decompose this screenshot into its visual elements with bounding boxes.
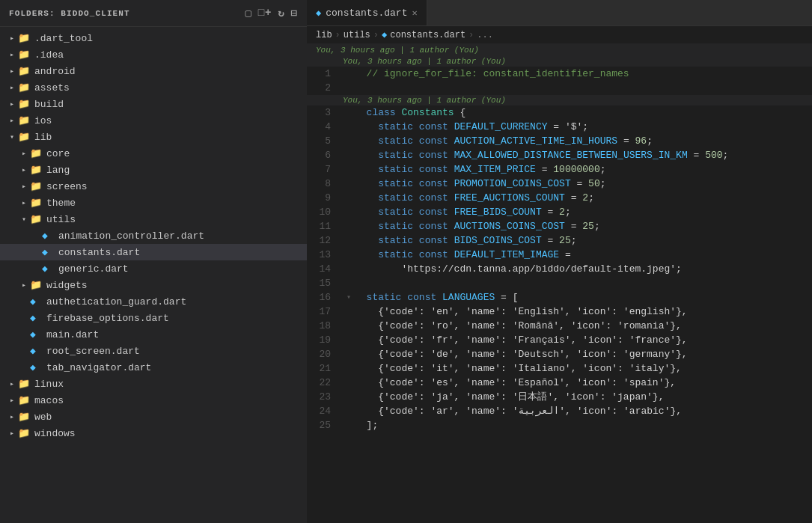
fold-indicator-16[interactable]: ▾ [343, 290, 355, 305]
line-content-20: {'code': 'de', 'name': 'Deutsch', 'icon'… [355, 347, 812, 361]
new-folder-icon[interactable]: □+ [258, 7, 272, 19]
breadcrumb-utils[interactable]: utils [344, 30, 370, 40]
breadcrumb-more[interactable]: ... [477, 30, 493, 40]
code-line-14: 14 'https://cdn.tanna.app/biddo/default-… [307, 262, 812, 276]
item-label-assets: assets [34, 82, 70, 94]
sidebar-item-web[interactable]: ▸📁web [0, 409, 307, 425]
sidebar-item-dart_tool[interactable]: ▸📁.dart_tool [0, 30, 307, 46]
chevron-icon: ▸ [6, 34, 18, 43]
sidebar-item-build[interactable]: ▸📁build [0, 96, 307, 112]
line-number-17: 17 [307, 305, 343, 319]
code-line-8: 8 static const PROMOTION_COINS_COST = 50… [307, 177, 812, 191]
breadcrumb-file[interactable]: constants.dart [390, 30, 465, 40]
folder-orange-icon: 📁 [30, 279, 43, 291]
line-content-19: {'code': 'fr', 'name': 'Français', 'icon… [355, 333, 812, 347]
tab-bar: ◆ constants.dart ✕ [307, 0, 812, 26]
tab-close-icon[interactable]: ✕ [412, 7, 417, 19]
dart-icon: ◆ [30, 328, 43, 340]
code-line-16: 16▾ static const LANGUAGES = [ [307, 290, 812, 305]
dart-icon: ◆ [42, 230, 55, 242]
sidebar-item-lang[interactable]: ▸📁lang [0, 162, 307, 178]
code-line-18: 18 {'code': 'ro', 'name': 'Română', 'ico… [307, 319, 812, 333]
sidebar-item-utils[interactable]: ▾📁utils [0, 211, 307, 227]
line-content-9: static const FREE_AUCTIONS_COUNT = 2; [355, 191, 812, 205]
sidebar-item-authetication_guard[interactable]: ◆authetication_guard.dart [0, 293, 307, 310]
line-content-21: {'code': 'it', 'name': 'Italiano', 'icon… [355, 361, 812, 376]
sidebar-item-firebase_options[interactable]: ◆firebase_options.dart [0, 310, 307, 326]
sidebar-item-screens[interactable]: ▸📁screens [0, 178, 307, 195]
line-content-5: static const AUCTION_ACTIVE_TIME_IN_HOUR… [355, 134, 812, 148]
sidebar-item-animation_controller[interactable]: ◆animation_controller.dart [0, 227, 307, 244]
item-label-firebase_options: firebase_options.dart [46, 313, 169, 324]
collapse-icon[interactable]: ⊟ [291, 7, 298, 19]
line-number-21: 21 [307, 361, 343, 376]
chevron-icon: ▸ [6, 83, 18, 92]
item-label-windows: windows [34, 428, 76, 439]
line-content-8: static const PROMOTION_COINS_COST = 50; [355, 177, 812, 191]
chevron-icon: ▸ [6, 100, 18, 108]
item-label-screens: screens [46, 181, 88, 192]
new-file-icon[interactable]: ︎▢ [245, 7, 252, 19]
sidebar-item-tab_navigator[interactable]: ◆tab_navigator.dart [0, 359, 307, 376]
item-label-main: main.dart [46, 329, 99, 340]
item-label-web: web [34, 412, 52, 423]
sidebar-title: FOLDERS: BIDDO_CLIENT [9, 9, 130, 18]
sidebar-item-idea[interactable]: ▸📁.idea [0, 46, 307, 63]
folder-yellow-icon: 📁 [18, 98, 31, 110]
line-number-23: 23 [307, 390, 343, 404]
line-number-3: 3 [307, 105, 343, 120]
sidebar-item-macos[interactable]: ▸📁macos [0, 392, 307, 409]
code-line-12: 12 static const BIDS_COINS_COST = 25; [307, 233, 812, 248]
code-line-3: 3 class Constants { [307, 105, 812, 120]
line-number-24: 24 [307, 404, 343, 418]
folder-green-icon: 📁 [18, 65, 31, 77]
sidebar-item-core[interactable]: ▸📁core [0, 145, 307, 162]
code-line-19: 19 {'code': 'fr', 'name': 'Français', 'i… [307, 333, 812, 347]
item-label-build: build [34, 99, 64, 110]
sidebar-item-theme[interactable]: ▸📁theme [0, 195, 307, 211]
code-area[interactable]: You, 3 hours ago | 1 author (You)1 // ig… [307, 56, 812, 523]
code-line-2: 2 [307, 81, 812, 95]
sidebar-item-root_screen[interactable]: ◆root_screen.dart [0, 343, 307, 359]
code-line-13: 13 static const DEFAULT_ITEM_IMAGE = [307, 248, 812, 262]
item-label-generic: generic.dart [58, 263, 129, 275]
sidebar-item-constants[interactable]: ◆constants.dart [0, 244, 307, 260]
dart-icon: ◆ [30, 345, 43, 357]
sidebar-item-linux[interactable]: ▸📁linux [0, 376, 307, 392]
line-number-16: 16 [307, 290, 343, 305]
item-label-widgets: widgets [46, 280, 88, 291]
dart-icon: ◆ [30, 361, 43, 373]
chevron-icon: ▸ [6, 50, 18, 59]
line-content-10: static const FREE_BIDS_COUNT = 2; [355, 205, 812, 219]
line-content-17: {'code': 'en', 'name': 'English', 'icon'… [355, 305, 812, 319]
sidebar-header-icons: ︎▢ □+ ↻ ⊟ [245, 7, 298, 19]
sidebar-item-windows[interactable]: ▸📁windows [0, 425, 307, 441]
sidebar-item-main[interactable]: ◆main.dart [0, 326, 307, 343]
sidebar-item-lib[interactable]: ▾📁lib [0, 129, 307, 145]
sidebar-item-widgets[interactable]: ▸📁widgets [0, 277, 307, 293]
folder-yellow-icon: 📁 [18, 378, 31, 390]
code-line-24: 24 {'code': 'ar', 'name': 'العربية', 'ic… [307, 404, 812, 418]
refresh-icon[interactable]: ↻ [278, 7, 284, 19]
line-number-22: 22 [307, 376, 343, 390]
chevron-icon: ▸ [6, 396, 18, 405]
sidebar-item-generic[interactable]: ◆generic.dart [0, 260, 307, 277]
line-content-15 [355, 276, 812, 290]
sidebar-item-assets[interactable]: ▸📁assets [0, 79, 307, 96]
inline-blame-1: You, 3 hours ago | 1 author (You) [307, 56, 812, 67]
folder-yellow-icon: 📁 [18, 49, 31, 61]
chevron-icon: ▸ [6, 412, 18, 421]
line-number-7: 7 [307, 162, 343, 177]
item-label-linux: linux [34, 379, 64, 390]
sidebar-item-android[interactable]: ▸📁android [0, 63, 307, 79]
chevron-icon: ▸ [6, 116, 18, 125]
code-line-9: 9 static const FREE_AUCTIONS_COUNT = 2; [307, 191, 812, 205]
sidebar-item-ios[interactable]: ▸📁ios [0, 112, 307, 129]
item-label-dart_tool: .dart_tool [34, 33, 93, 44]
constants-tab[interactable]: ◆ constants.dart ✕ [307, 0, 427, 25]
item-label-ios: ios [34, 115, 52, 126]
chevron-icon: ▸ [18, 182, 30, 191]
item-label-constants: constants.dart [58, 247, 140, 258]
breadcrumb-lib[interactable]: lib [316, 30, 332, 40]
item-label-android: android [34, 66, 76, 77]
